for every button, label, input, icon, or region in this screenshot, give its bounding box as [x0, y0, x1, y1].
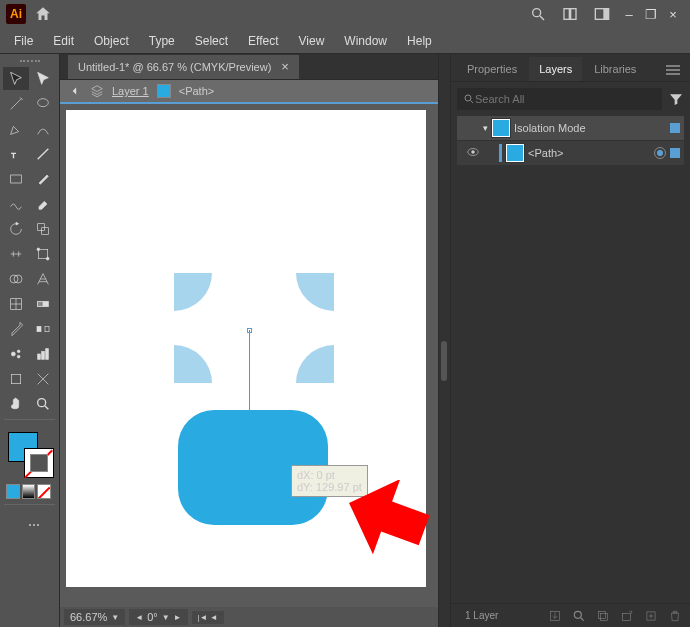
svg-rect-5 — [603, 9, 608, 20]
mesh-tool[interactable] — [3, 292, 29, 315]
status-bar: 66.67%▼ ◄0°▼► |◄ ◄ — [60, 607, 438, 627]
eraser-tool[interactable] — [31, 192, 57, 215]
minimize-button[interactable]: – — [620, 7, 638, 21]
color-mode[interactable] — [6, 484, 20, 499]
artboard[interactable]: dX: 0 pt dY: 129.97 pt — [66, 110, 426, 587]
menu-window[interactable]: Window — [334, 30, 397, 52]
back-arrow-icon[interactable] — [68, 84, 82, 98]
line-tool[interactable] — [31, 142, 57, 165]
layer-selection-indicator[interactable] — [670, 123, 680, 133]
arrange-documents-icon[interactable] — [562, 6, 578, 22]
layer-thumb — [506, 144, 524, 162]
width-tool[interactable] — [3, 242, 29, 265]
search-icon[interactable] — [530, 6, 546, 22]
menu-file[interactable]: File — [4, 30, 43, 52]
document-tab[interactable]: Untitled-1* @ 66.67 % (CMYK/Preview) × — [68, 55, 299, 79]
target-icon[interactable] — [654, 147, 666, 159]
menu-object[interactable]: Object — [84, 30, 139, 52]
lasso-tool[interactable] — [31, 92, 57, 115]
magic-wand-tool[interactable] — [3, 92, 29, 115]
menu-help[interactable]: Help — [397, 30, 442, 52]
close-tab-button[interactable]: × — [281, 59, 289, 74]
tab-properties[interactable]: Properties — [457, 57, 527, 81]
new-sublayer-icon[interactable] — [620, 609, 634, 623]
svg-rect-44 — [601, 613, 608, 620]
layers-search[interactable] — [457, 88, 662, 110]
home-icon[interactable] — [34, 5, 52, 23]
svg-rect-27 — [38, 354, 41, 359]
layer-isolation-mode[interactable]: ▾ Isolation Mode — [457, 116, 684, 140]
artboard-nav[interactable]: |◄ ◄ — [192, 611, 224, 624]
layer-name: Isolation Mode — [514, 122, 666, 134]
menu-view[interactable]: View — [289, 30, 335, 52]
layer-selection-indicator[interactable] — [670, 148, 680, 158]
selection-tool[interactable] — [3, 67, 29, 90]
eyedropper-tool[interactable] — [3, 317, 29, 340]
panel-collapse-bar[interactable] — [438, 54, 450, 627]
panel-menu-icon[interactable] — [662, 61, 684, 81]
tab-layers[interactable]: Layers — [529, 57, 582, 81]
edit-toolbar-button[interactable] — [16, 513, 43, 536]
layer-path[interactable]: <Path> — [457, 141, 684, 165]
restore-button[interactable]: ❐ — [642, 7, 660, 21]
shape-builder-tool[interactable] — [3, 267, 29, 290]
svg-point-6 — [38, 98, 49, 106]
slice-tool[interactable] — [31, 367, 57, 390]
direct-selection-tool[interactable] — [31, 67, 57, 90]
svg-point-39 — [471, 150, 475, 154]
svg-point-14 — [47, 257, 50, 260]
svg-line-32 — [45, 406, 48, 409]
new-layer-icon[interactable] — [644, 609, 658, 623]
scale-tool[interactable] — [31, 217, 57, 240]
tab-libraries[interactable]: Libraries — [584, 57, 646, 81]
none-mode[interactable] — [37, 484, 51, 499]
fill-stroke-swatch[interactable] — [2, 426, 57, 482]
paintbrush-tool[interactable] — [31, 167, 57, 190]
rotation-field[interactable]: ◄0°▼► — [129, 609, 187, 625]
menu-effect[interactable]: Effect — [238, 30, 288, 52]
zoom-level[interactable]: 66.67%▼ — [64, 609, 125, 625]
locate-object-icon[interactable] — [572, 609, 586, 623]
shaper-tool[interactable] — [3, 192, 29, 215]
make-clipping-mask-icon[interactable] — [596, 609, 610, 623]
annotation-arrow-icon — [346, 480, 446, 572]
visibility-toggle[interactable] — [464, 145, 482, 161]
right-panels: Properties Layers Libraries ▾ Isolation … — [450, 54, 690, 627]
svg-line-37 — [471, 101, 474, 104]
collect-for-export-icon[interactable] — [548, 609, 562, 623]
curvature-tool[interactable] — [31, 117, 57, 140]
zoom-tool[interactable] — [31, 392, 57, 415]
svg-rect-30 — [11, 374, 20, 383]
canvas[interactable]: dX: 0 pt dY: 129.97 pt — [60, 104, 438, 607]
gradient-tool[interactable] — [31, 292, 57, 315]
svg-rect-22 — [37, 326, 41, 331]
rotate-tool[interactable] — [3, 217, 29, 240]
stroke-color[interactable] — [24, 448, 54, 478]
symbol-sprayer-tool[interactable] — [3, 342, 29, 365]
isolation-mode-bar[interactable]: Layer 1 <Path> — [60, 80, 438, 104]
svg-rect-29 — [46, 348, 49, 359]
free-transform-tool[interactable] — [31, 242, 57, 265]
delete-layer-icon[interactable] — [668, 609, 682, 623]
workspace-icon[interactable] — [594, 6, 610, 22]
rectangle-tool[interactable] — [3, 167, 29, 190]
menu-select[interactable]: Select — [185, 30, 238, 52]
hand-tool[interactable] — [3, 392, 29, 415]
menu-type[interactable]: Type — [139, 30, 185, 52]
menu-edit[interactable]: Edit — [43, 30, 84, 52]
search-icon — [463, 93, 475, 105]
pen-tool[interactable] — [3, 117, 29, 140]
menu-bar: File Edit Object Type Select Effect View… — [0, 28, 690, 54]
close-window-button[interactable]: × — [664, 7, 682, 21]
search-input[interactable] — [475, 93, 656, 105]
artboard-tool[interactable] — [3, 367, 29, 390]
panel-tabs: Properties Layers Libraries — [451, 54, 690, 82]
blend-tool[interactable] — [31, 317, 57, 340]
type-tool[interactable]: T — [3, 142, 29, 165]
tools-drag-handle[interactable] — [2, 58, 57, 66]
gradient-mode[interactable] — [22, 484, 36, 499]
filter-icon[interactable] — [668, 91, 684, 107]
column-graph-tool[interactable] — [31, 342, 57, 365]
isolation-path-name: <Path> — [179, 85, 214, 97]
perspective-grid-tool[interactable] — [31, 267, 57, 290]
